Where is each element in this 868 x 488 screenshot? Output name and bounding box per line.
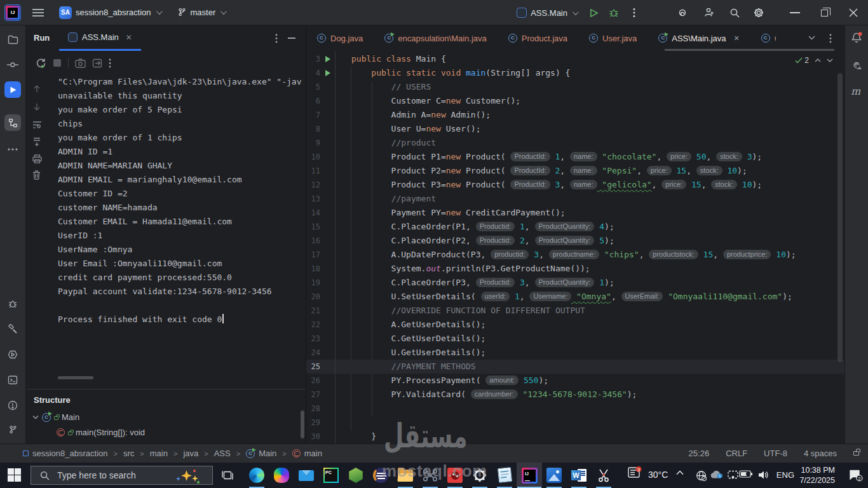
clear-all-icon[interactable] [32,170,41,180]
window-minimize-button[interactable] [780,0,810,25]
editor-tab[interactable]: CUser.java [578,25,648,51]
editor-tab[interactable]: CProduct.java [498,25,578,51]
thread-dump-icon[interactable] [75,58,86,68]
stop-icon[interactable] [53,58,62,67]
project-widget[interactable]: SA session8_absraction [59,6,161,19]
breadcrumb-item[interactable]: ASS [214,449,231,458]
code-editor[interactable]: 3public class Main {4 public static void… [306,51,844,444]
more-tools-icon[interactable] [4,141,21,158]
volume-icon[interactable] [758,470,769,480]
run-tool-icon[interactable] [4,81,21,98]
rerun-icon[interactable] [36,58,46,69]
caret-position[interactable]: 25:26 [689,449,710,458]
editor-scrollbar[interactable] [837,73,843,362]
notifications-bell-icon[interactable] [851,32,862,44]
run-panel-options-icon[interactable] [275,34,278,43]
taskbar-app-pycharm[interactable]: PC [323,468,339,483]
print-icon[interactable] [32,154,42,163]
structure-scrollbar[interactable] [301,410,304,438]
taskbar-app-word[interactable]: W [571,468,587,483]
breadcrumb-item[interactable]: CMain [246,449,276,458]
taskbar-app-copilot[interactable] [274,468,289,483]
inspection-widget[interactable]: 2 [795,56,833,65]
close-icon[interactable]: ✕ [126,33,132,42]
git-tool-icon[interactable] [4,421,21,438]
breadcrumb-item[interactable]: main [150,449,168,458]
vcs-branch-widget[interactable]: master [177,8,226,17]
prev-problem-icon[interactable] [815,58,821,62]
problems-tool-icon[interactable] [4,397,21,414]
commit-tool-icon[interactable] [4,57,21,73]
search-everywhere-icon[interactable] [724,0,745,25]
taskbar-app-bug-tool[interactable] [447,468,463,483]
editor-tab[interactable]: CDog.java [306,25,374,51]
main-menu-icon[interactable] [32,8,44,17]
onedrive-icon[interactable] [710,470,723,478]
debug-tool-icon[interactable] [4,295,21,312]
intellij-logo-icon[interactable]: IJ [6,6,20,20]
code-with-me-icon[interactable] [699,0,719,25]
clock[interactable]: 10:38 PM 7/22/2025 [799,465,835,485]
window-close-button[interactable] [839,0,868,25]
taskbar-app-notepad[interactable] [497,468,512,483]
structure-node-main-method[interactable]: main(String[]): void [57,428,145,437]
build-tool-icon[interactable] [4,321,21,337]
down-stack-trace-icon[interactable] [32,102,41,111]
input-language[interactable]: ENG [776,470,794,480]
ai-chat-icon[interactable] [851,60,862,71]
terminal-tool-icon[interactable] [4,372,21,388]
taskbar-app-file-explorer[interactable] [398,468,413,483]
project-tool-icon[interactable] [4,31,21,48]
news-widget[interactable]: 3 [628,466,642,478]
taskbar-app-snipping-tool[interactable] [596,468,611,483]
taskbar-app-photos[interactable] [546,468,562,483]
more-actions-icon[interactable] [624,0,644,25]
battery-icon[interactable] [739,470,752,478]
taskbar-app-intellij-idea[interactable]: IJ [522,468,537,483]
run-line-icon[interactable] [320,70,336,76]
taskbar-app-drone-app[interactable] [423,468,438,483]
console-horizontal-scrollbar[interactable] [58,376,93,379]
run-tab[interactable]: ASS.Main ✕ [59,25,141,51]
more-icon[interactable] [109,58,111,68]
close-icon[interactable]: ✕ [734,34,740,43]
settings-gear-icon[interactable] [749,0,769,25]
restore-layout-icon[interactable] [92,58,102,68]
tab-options-icon[interactable] [829,34,832,43]
run-button[interactable] [583,0,604,25]
run-line-icon[interactable] [320,56,336,62]
structure-tool-icon[interactable] [4,114,21,131]
maven-tool-icon[interactable]: m [851,85,860,97]
tab-overflow-chevron-icon[interactable] [808,36,815,40]
breadcrumb-item[interactable]: main [292,449,322,458]
editor-tab[interactable]: CC [750,25,776,51]
editor-tab[interactable]: Cencapsulation\Main.java [374,25,497,51]
readonly-lock-icon[interactable] [853,451,859,456]
next-problem-icon[interactable] [827,58,833,62]
ai-assistant-icon[interactable] [672,0,693,25]
scroll-to-end-icon[interactable] [32,137,41,146]
taskbar-app-edge[interactable] [249,468,264,483]
editor-tab[interactable]: CASS\Main.java✕ [648,25,750,51]
file-encoding[interactable]: UTF-8 [764,449,787,458]
debug-button[interactable] [604,0,624,25]
line-separator[interactable]: CRLF [726,449,747,458]
action-center-icon[interactable]: 2 [849,469,863,482]
taskbar-app-green-hexagon[interactable] [348,468,363,483]
breadcrumb-item[interactable]: src [123,449,134,458]
network-globe-icon[interactable] [696,470,707,481]
services-tool-icon[interactable] [4,346,21,363]
temperature[interactable]: 30°C [648,470,668,480]
taskbar-app-settings[interactable] [472,468,487,483]
taskbar-app-mail[interactable] [299,468,314,483]
hide-tool-window-icon[interactable] [288,37,295,39]
breadcrumb-item[interactable]: java [183,449,198,458]
soft-wrap-icon[interactable] [32,121,42,129]
taskbar-app-eclipse[interactable] [373,468,388,483]
cast-screen-icon[interactable] [728,470,738,480]
tray-expand-chevron-icon[interactable] [676,470,684,475]
up-stack-trace-icon[interactable] [32,85,41,93]
window-restore-button[interactable] [810,0,839,25]
run-configuration-widget[interactable]: ASS.Main [517,8,577,18]
structure-node-main-class[interactable]: C Main [32,412,79,422]
